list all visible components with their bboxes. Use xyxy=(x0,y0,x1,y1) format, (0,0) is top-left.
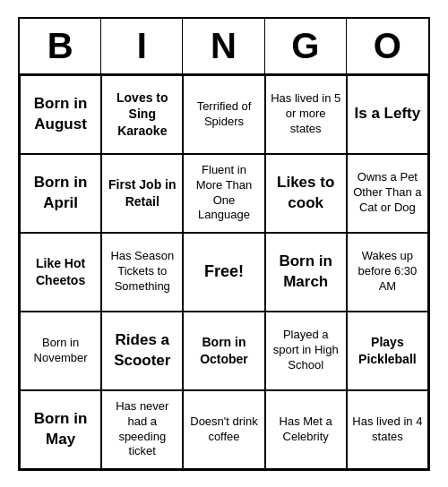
bingo-card: BINGO Born in AugustLoves to Sing Karaok… xyxy=(18,17,430,471)
bingo-cell-14[interactable]: Wakes up before 6:30 AM xyxy=(347,233,428,312)
bingo-grid: Born in AugustLoves to Sing KaraokeTerri… xyxy=(20,75,428,469)
bingo-cell-2[interactable]: Terrified of Spiders xyxy=(183,75,264,154)
bingo-cell-16[interactable]: Rides a Scooter xyxy=(101,312,183,390)
bingo-cell-22[interactable]: Doesn't drink coffee xyxy=(183,390,264,469)
bingo-letter-o: O xyxy=(347,19,428,73)
bingo-cell-7[interactable]: Fluent in More Than One Language xyxy=(183,154,264,233)
bingo-cell-19[interactable]: Plays Pickleball xyxy=(347,312,428,390)
bingo-cell-24[interactable]: Has lived in 4 states xyxy=(347,390,428,469)
bingo-cell-11[interactable]: Has Season Tickets to Something xyxy=(101,233,183,312)
bingo-letter-g: G xyxy=(265,19,347,73)
bingo-cell-17[interactable]: Born in October xyxy=(183,312,264,390)
bingo-letter-n: N xyxy=(183,19,264,73)
bingo-cell-20[interactable]: Born in May xyxy=(20,390,101,469)
bingo-cell-10[interactable]: Like Hot Cheetos xyxy=(20,233,101,312)
bingo-cell-13[interactable]: Born in March xyxy=(265,233,347,312)
bingo-cell-0[interactable]: Born in August xyxy=(20,75,101,154)
bingo-cell-8[interactable]: Likes to cook xyxy=(265,154,347,233)
bingo-letter-i: I xyxy=(101,19,183,73)
bingo-cell-18[interactable]: Played a sport in High School xyxy=(265,312,347,390)
bingo-cell-1[interactable]: Loves to Sing Karaoke xyxy=(101,75,183,154)
bingo-cell-12[interactable]: Free! xyxy=(183,233,264,312)
bingo-letter-b: B xyxy=(20,19,101,73)
bingo-cell-23[interactable]: Has Met a Celebrity xyxy=(265,390,347,469)
bingo-cell-5[interactable]: Born in April xyxy=(20,154,101,233)
bingo-header: BINGO xyxy=(20,19,428,75)
bingo-cell-6[interactable]: First Job in Retail xyxy=(101,154,183,233)
bingo-cell-3[interactable]: Has lived in 5 or more states xyxy=(265,75,347,154)
bingo-cell-21[interactable]: Has never had a speeding ticket xyxy=(101,390,183,469)
bingo-cell-9[interactable]: Owns a Pet Other Than a Cat or Dog xyxy=(347,154,428,233)
bingo-cell-4[interactable]: Is a Lefty xyxy=(347,75,428,154)
bingo-cell-15[interactable]: Born in November xyxy=(20,312,101,390)
